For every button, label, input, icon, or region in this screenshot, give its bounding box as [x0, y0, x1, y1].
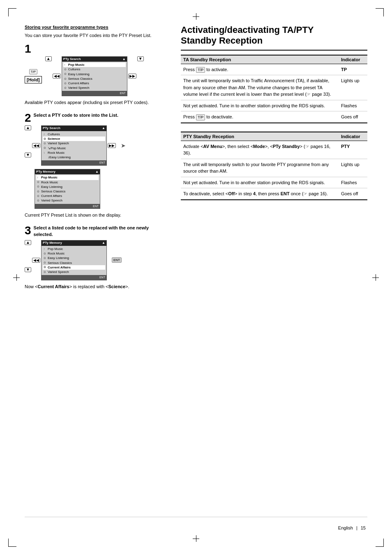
step-1-note: Available PTY codes appear (including si… [25, 99, 168, 106]
tp-btn-inline-2[interactable]: T/P [196, 114, 205, 120]
pty-row-3-desc: Not yet activated. Tune in to another st… [181, 177, 339, 188]
pty-screen-step1: PTy Search ▲ ↑Pop Music ⊙Cultures ⊙Easy … [62, 56, 127, 96]
tp-button-step1[interactable]: T/P [29, 69, 37, 74]
ta-row-2: The unit will temporarily switch to Traf… [181, 75, 367, 100]
ta-row-1: Press T/P to activate. TP [181, 64, 367, 75]
corner-mark-br [376, 539, 384, 547]
arrow-icon-step2: ➤ [121, 142, 126, 149]
down-arrow-3[interactable]: ▼ [25, 267, 31, 272]
step-1-number: 1 [25, 43, 168, 55]
page-number: 15 [361, 525, 366, 530]
pty-screen-step2a: PTy Search ▲ ↑Cultures ⊙Science ⊙Varied … [41, 125, 107, 165]
pty-row-3: Not yet activated. Tune in to another st… [181, 177, 367, 188]
pty-row-3-indicator: Flashes [339, 177, 367, 188]
up-arrow-2a[interactable]: ▲ [25, 125, 31, 130]
ta-row-1-indicator: TP [339, 64, 367, 75]
pty-row-1: Activate <AV Menu>, then select <Mode>, … [181, 141, 367, 159]
prev-arrow[interactable]: ◀◀ [53, 74, 61, 79]
ta-row-3-desc: Not yet activated. Tune in to another st… [181, 100, 339, 111]
step-2-screen1-wrapper: ▲ ▼ ◀◀ PTy Search ▲ [25, 125, 168, 165]
ta-row-2-indicator: Lights up [339, 75, 367, 100]
next-arrow[interactable]: ▶▶ [128, 74, 136, 79]
ta-row-2-desc: The unit will temporarily switch to Traf… [181, 75, 339, 100]
pty-row-1-indicator: PTY [339, 141, 367, 159]
side-arrows-step2a: ◀◀ [32, 143, 40, 148]
nav-arrows-step1: ▲ [45, 56, 52, 96]
step-2-number: 2 [25, 112, 31, 124]
pty-row-2-desc: The unit will temporarily switch to your… [181, 159, 339, 177]
nav-arrows-step3: ▲ ▼ [25, 240, 31, 280]
side-arrows2-step2a: ▶▶ [108, 143, 116, 148]
left-column: Storing your favorite programme types Yo… [25, 25, 168, 517]
crosshair-top [193, 13, 199, 20]
ta-row-4: Press T/P to deactivate. Goes off [181, 111, 367, 123]
pty-table-col1: PTY Standby Reception [181, 132, 339, 141]
ta-row-4-desc: Press T/P to deactivate. [181, 111, 339, 123]
pty-row-2: The unit will temporarily switch to your… [181, 159, 367, 177]
ta-row-4-indicator: Goes off [339, 111, 367, 123]
step-1-screen-wrapper: T/P [Hold] ▲ ◀◀ P [25, 56, 168, 96]
crosshair-bottom [193, 535, 199, 542]
step-2-note: Current PTY Preset List is shown on the … [25, 212, 168, 218]
prev-arrow-3[interactable]: ◀◀ [32, 258, 40, 263]
pty-row-4-desc: To deactivate, select <Off> in step 4, t… [181, 188, 339, 200]
pty-screen-step3: PTy Memory ▲ ↑Pop Music ⊙Rock Music ⊙Eas… [41, 240, 107, 280]
pty-row-4-indicator: Goes off [339, 188, 367, 200]
step-1-block: 1 T/P [Hold] ▲ ◀◀ [25, 43, 168, 106]
down-arrow-2a[interactable]: ▼ [25, 153, 31, 157]
pty-row-1-desc: Activate <AV Menu>, then select <Mode>, … [181, 141, 339, 159]
ta-table: TA Standby Reception Indicator Press T/P… [181, 55, 367, 123]
ta-row-1-desc: Press T/P to activate. [181, 64, 339, 75]
tp-btn-inline[interactable]: T/P [196, 67, 205, 73]
separator: | [356, 525, 357, 530]
step-3-screen-wrapper: ▲ ▼ ◀◀ PTy Memory ▲ [25, 240, 168, 280]
nav-arrows2-step1: ▼ [137, 56, 144, 96]
ta-row-3-indicator: Flashes [339, 100, 367, 111]
step-3-text: Select a listed code to be replaced with… [34, 225, 168, 238]
language-label: English [338, 525, 353, 530]
step-2-block: 2 Select a PTY code to store into the Li… [25, 112, 168, 218]
section-title: Storing your favorite programme types [25, 25, 168, 30]
right-column: Activating/deactivating TA/PTYStandby Re… [181, 25, 367, 517]
up-arrow-3[interactable]: ▲ [25, 240, 31, 245]
up-arrow[interactable]: ▲ [45, 56, 52, 61]
page-footer: English | 15 [25, 517, 367, 530]
step-3-note: Now <Current Affairs> is replaced with <… [25, 284, 168, 290]
side-arrows2-step1: ▶▶ [128, 74, 136, 79]
corner-mark-bl [8, 539, 16, 547]
section-desc: You can store your favorite PTY codes in… [25, 32, 168, 39]
pty-row-4: To deactivate, select <Off> in step 4, t… [181, 188, 367, 200]
next-arrow-2a[interactable]: ▶▶ [108, 143, 116, 148]
side-arrows-step1: ◀◀ [53, 74, 61, 79]
ta-row-3: Not yet activated. Tune in to another st… [181, 100, 367, 111]
pty-table-col2: Indicator [339, 132, 367, 141]
step-2-screen2-wrapper: PTy Memory ▲ ↑Pop Music ⊙Rock Music ⊙Eas… [25, 169, 168, 209]
right-section-title: Activating/deactivating TA/PTYStandby Re… [181, 25, 367, 51]
hold-label: [Hold] [25, 76, 42, 83]
step-3-number: 3 [25, 225, 31, 236]
ent-button-step3[interactable]: ENT [112, 257, 122, 263]
side-arrows-step3: ◀◀ [32, 258, 40, 263]
step-3-block: 3 Select a listed code to be replaced wi… [25, 225, 168, 290]
crosshair-left [13, 274, 20, 281]
ta-table-col1: TA Standby Reception [181, 55, 339, 64]
ta-table-col2: Indicator [339, 55, 367, 64]
corner-mark-tr [376, 8, 384, 16]
crosshair-right [372, 274, 379, 281]
step-2-text: Select a PTY code to store into the List… [34, 112, 118, 118]
nav-arrows-step2a: ▲ ▼ [25, 125, 31, 165]
pty-table: PTY Standby Reception Indicator Activate… [181, 132, 367, 200]
prev-arrow-2a[interactable]: ◀◀ [32, 143, 40, 148]
corner-mark-tl [8, 8, 16, 16]
down-arrow[interactable]: ▼ [137, 56, 144, 61]
pty-row-2-indicator: Lights up [339, 159, 367, 177]
pty-screen-step2b: PTy Memory ▲ ↑Pop Music ⊙Rock Music ⊙Eas… [35, 169, 100, 209]
